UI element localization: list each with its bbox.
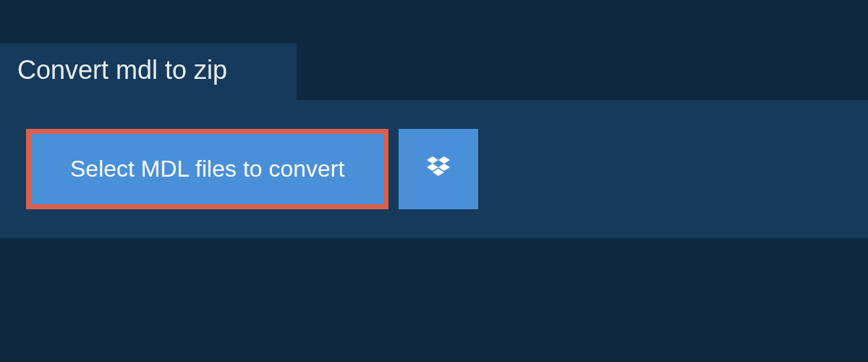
- button-row: Select MDL files to convert: [26, 129, 842, 209]
- dropbox-icon: [424, 153, 453, 185]
- tab-label: Convert mdl to zip: [17, 55, 227, 85]
- main-panel: Select MDL files to convert: [0, 100, 868, 238]
- select-files-button[interactable]: Select MDL files to convert: [26, 129, 388, 209]
- dropbox-button[interactable]: [399, 129, 478, 209]
- select-files-label: Select MDL files to convert: [70, 156, 344, 182]
- tab-convert[interactable]: Convert mdl to zip: [0, 43, 297, 100]
- tab-bar: Convert mdl to zip: [0, 0, 868, 100]
